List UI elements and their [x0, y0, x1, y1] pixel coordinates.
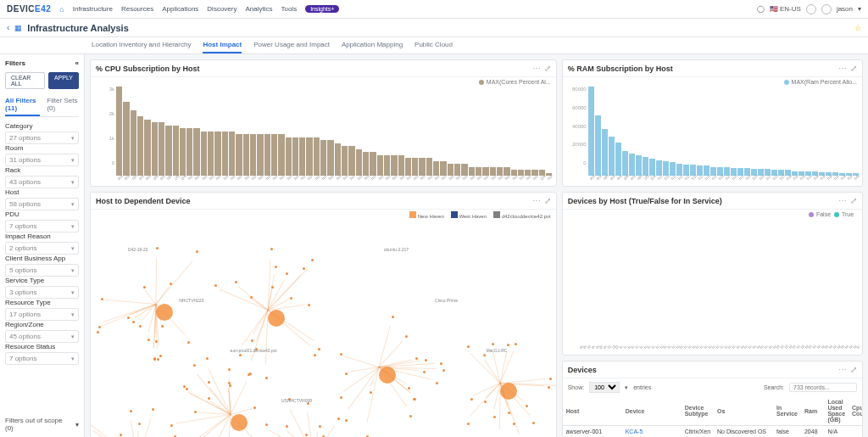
bar[interactable] — [236, 134, 242, 176]
card-menu-icon[interactable]: ⋯ — [838, 196, 847, 205]
bar[interactable] — [595, 115, 601, 176]
graph-node[interactable] — [467, 423, 470, 425]
clear-all-button[interactable]: CLEAR ALL — [5, 72, 45, 89]
graph-node[interactable] — [392, 316, 394, 318]
card-expand-icon[interactable]: ⤢ — [544, 64, 551, 73]
graph-node[interactable] — [549, 378, 552, 380]
bar[interactable] — [609, 137, 615, 176]
bar[interactable] — [356, 149, 362, 176]
graph-node[interactable] — [127, 317, 130, 319]
apply-button[interactable]: APPLY — [48, 72, 79, 89]
graph-node[interactable] — [305, 434, 308, 436]
bar[interactable] — [370, 152, 376, 176]
favorite-icon[interactable]: ☆ — [854, 24, 861, 32]
graph-node[interactable] — [265, 377, 268, 379]
bar[interactable] — [180, 128, 186, 176]
filter-select-2[interactable]: 43 options▾ — [5, 176, 79, 188]
bar[interactable] — [278, 134, 284, 176]
graph-node[interactable] — [147, 339, 150, 341]
card-expand-icon[interactable]: ⤢ — [850, 64, 857, 73]
tab-filter-sets[interactable]: Filter Sets (0) — [47, 94, 79, 116]
bar[interactable] — [116, 87, 122, 176]
graph-node[interactable] — [286, 425, 288, 428]
graph-node[interactable] — [405, 335, 408, 338]
bar[interactable] — [208, 132, 214, 176]
graph-node[interactable] — [159, 355, 162, 357]
graph-node[interactable] — [120, 434, 122, 436]
nav-applications[interactable]: Applications — [162, 5, 198, 13]
column-header[interactable]: Os — [714, 396, 773, 426]
bar[interactable] — [159, 122, 164, 176]
graph-node[interactable] — [345, 373, 348, 375]
graph-node[interactable] — [275, 266, 277, 268]
bar[interactable] — [377, 155, 383, 176]
bar[interactable] — [314, 137, 320, 176]
stacked-bar-chart[interactable] — [563, 219, 862, 346]
graph-node[interactable] — [467, 345, 470, 348]
filter-select-8[interactable]: 17 options▾ — [5, 308, 79, 321]
page-size-select[interactable]: 100 — [589, 382, 620, 393]
graph-node[interactable] — [248, 373, 250, 376]
bar[interactable] — [327, 140, 333, 176]
graph-node[interactable] — [265, 423, 268, 426]
bar[interactable] — [348, 146, 354, 176]
bar[interactable] — [384, 155, 390, 176]
bar[interactable] — [193, 128, 199, 176]
filter-select-5[interactable]: 2 options▾ — [5, 242, 79, 255]
graph-node[interactable] — [340, 396, 342, 399]
graph-node[interactable] — [208, 381, 210, 384]
bar[interactable] — [629, 154, 635, 176]
graph-node[interactable] — [170, 424, 173, 427]
bar[interactable] — [229, 132, 235, 176]
graph-node[interactable] — [311, 259, 314, 261]
card-menu-icon[interactable]: ⋯ — [532, 196, 541, 205]
graph-node[interactable] — [239, 354, 242, 356]
graph-node[interactable] — [513, 423, 515, 425]
graph-node[interactable] — [130, 410, 132, 412]
insights-badge[interactable]: Insights+ — [305, 5, 339, 13]
bar[interactable] — [165, 126, 171, 176]
bar[interactable] — [398, 155, 404, 176]
bar[interactable] — [636, 155, 642, 176]
bar[interactable] — [292, 137, 298, 176]
bar[interactable] — [144, 120, 150, 176]
card-menu-icon[interactable]: ⋯ — [532, 64, 541, 73]
graph-node[interactable] — [423, 371, 426, 373]
graph-node[interactable] — [138, 423, 141, 425]
card-menu-icon[interactable]: ⋯ — [838, 64, 847, 73]
graph-node[interactable] — [156, 247, 159, 249]
bar[interactable] — [137, 116, 143, 176]
filter-select-9[interactable]: 45 options▾ — [5, 330, 79, 343]
nav-tools[interactable]: Tools — [281, 5, 297, 13]
network-graph[interactable]: New Haven West Haven d42clouddevice42.pv… — [91, 210, 556, 437]
nav-analytics[interactable]: Analytics — [245, 5, 272, 13]
graph-node[interactable] — [290, 297, 292, 300]
bar[interactable] — [123, 102, 129, 176]
bar[interactable] — [342, 146, 348, 176]
graph-node[interactable] — [483, 354, 486, 356]
bar[interactable] — [186, 128, 192, 176]
graph-node[interactable] — [98, 326, 101, 328]
column-header[interactable]: Local Used Space (GB) — [824, 396, 849, 426]
graph-node[interactable] — [515, 343, 517, 345]
graph-node[interactable] — [548, 386, 550, 389]
graph-node[interactable] — [208, 397, 210, 400]
bar[interactable] — [299, 137, 305, 176]
filter-select-3[interactable]: 58 options▾ — [5, 198, 79, 210]
filter-select-10[interactable]: 7 options▾ — [5, 352, 79, 365]
graph-node[interactable] — [270, 248, 273, 250]
bar[interactable] — [243, 134, 249, 176]
column-header[interactable]: Cpu Cou — [849, 396, 862, 426]
bar[interactable] — [335, 143, 341, 176]
bar[interactable] — [643, 157, 648, 176]
search-input[interactable] — [789, 383, 857, 392]
graph-node[interactable] — [186, 388, 188, 390]
graph-node[interactable] — [532, 422, 535, 424]
graph-node[interactable] — [206, 357, 209, 360]
graph-node[interactable] — [161, 325, 164, 328]
graph-node[interactable] — [101, 298, 103, 300]
bar[interactable] — [306, 137, 312, 176]
graph-node[interactable] — [470, 398, 473, 401]
graph-node[interactable] — [484, 401, 487, 403]
brand-logo[interactable]: DEVICE42 — [7, 4, 51, 14]
